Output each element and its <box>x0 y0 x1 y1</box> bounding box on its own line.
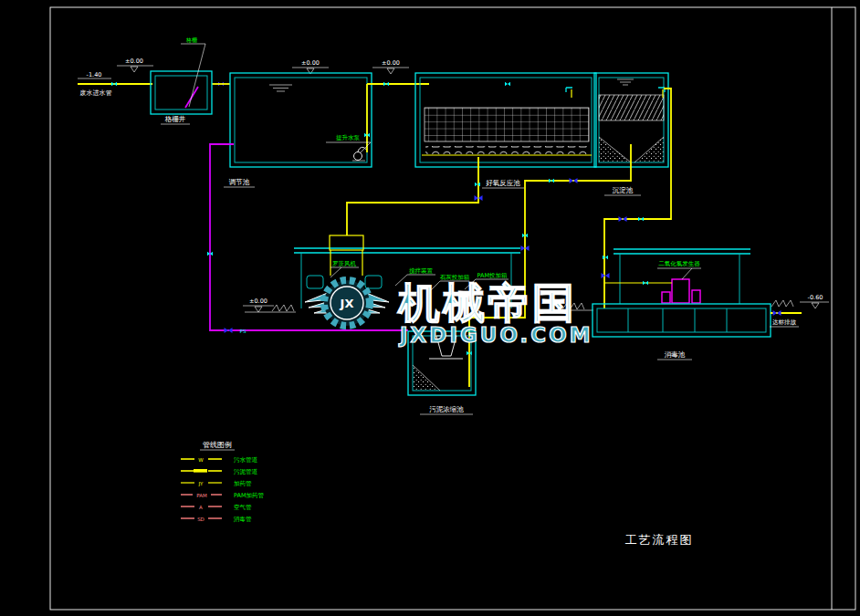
disinfection-complex: 二氧化氯发生器 消毒池 <box>593 249 771 360</box>
legend-label: 加药管 <box>234 480 252 487</box>
water-level-icon <box>269 85 292 91</box>
watermark: JX 机械帝国 JXDIGUO.COM <box>305 278 593 347</box>
legend-title: 管线图例 <box>203 441 232 449</box>
outfall-label: 达标排放 <box>772 318 797 326</box>
legend-label: PAM加药管 <box>234 492 265 499</box>
watermark-domain: JXDIGUO.COM <box>398 323 593 347</box>
watermark-monogram: JX <box>340 297 354 310</box>
disinfection-label: 消毒池 <box>665 350 686 359</box>
tube-settler <box>599 95 664 120</box>
valve-icon <box>602 273 610 278</box>
mixer-label: 搅拌装置 <box>409 267 434 275</box>
blower-unit <box>307 276 323 288</box>
clearwater-line <box>602 89 672 308</box>
legend-row: 污泥管道 <box>181 468 258 475</box>
ground-elevation-mark: ±0.00 <box>243 298 274 312</box>
legend-row: W 污水管道 <box>181 456 258 464</box>
legend-row: A 空气管 <box>181 504 252 511</box>
elevation-value: ±0.00 <box>125 57 143 65</box>
valve-icon <box>225 328 233 333</box>
elevation-mark: ±0.00 <box>292 59 329 74</box>
legend-label: 空气管 <box>234 504 252 511</box>
legend-label: 消毒管 <box>233 516 252 523</box>
valve-icon <box>773 310 781 316</box>
grit-well-label: 格栅井 <box>164 115 186 123</box>
fitting-icon <box>383 82 389 86</box>
drawing-title: 工艺流程图 <box>625 533 694 547</box>
ground-hatch <box>771 300 793 307</box>
legend-code: JY <box>198 481 205 487</box>
lift-pump <box>352 147 367 161</box>
fitting-icon <box>505 82 510 86</box>
cad-canvas: { "title": "工艺流程图", "watermark": { "bran… <box>0 0 860 616</box>
ground-elevation-mark: -0.60 <box>800 294 829 308</box>
blower-label: 罗茨风机 <box>332 260 357 267</box>
legend-row: SD 消毒管 <box>181 516 252 523</box>
legend-code: W <box>198 457 204 463</box>
air-line <box>330 157 483 276</box>
aerators <box>425 146 590 154</box>
settling-label: 沉淀池 <box>613 186 634 194</box>
fitting-icon <box>643 281 648 285</box>
watermark-logo: JX <box>305 280 389 326</box>
sludge-thickener-label: 污泥浓缩池 <box>429 405 464 413</box>
screen-label: 格栅 <box>185 37 197 44</box>
inlet-elevation: -1.40 <box>87 71 102 78</box>
elevation-value: ±0.00 <box>249 298 267 305</box>
elevation-value: ±0.00 <box>382 59 400 67</box>
biofilm-media <box>425 108 589 141</box>
elevation-mark: ±0.00 <box>117 57 153 72</box>
fitting-icon <box>603 256 608 259</box>
process-flow-drawing: -1.40 废水进水管 格栅 格栅井 ±0.00 ±0.00 ±0.00 调节池 <box>0 0 860 616</box>
watermark-brand: 机械帝国 <box>397 278 577 328</box>
legend-code: PAM <box>196 493 207 498</box>
aeration-label: 好氧反应池 <box>486 179 520 187</box>
legend-code: A <box>199 505 203 510</box>
elevation-mark: ±0.00 <box>372 59 409 74</box>
aeration-tank: 好氧反应池 <box>415 73 634 188</box>
legend-label: 污泥管道 <box>234 468 258 475</box>
pipe-code: PS <box>240 329 246 334</box>
outfall: 达标排放 -0.60 <box>770 294 829 327</box>
blower-unit <box>365 276 382 288</box>
ground-hatch <box>272 305 294 311</box>
legend-code: SD <box>197 517 205 522</box>
valve-icon <box>570 178 578 183</box>
lift-pump-label: 提升水泵 <box>336 134 361 141</box>
fitting-icon <box>111 82 117 86</box>
valve-icon <box>619 216 627 222</box>
clo2-generator-label: 二氧化氯发生器 <box>658 260 700 267</box>
legend-row: JY 加药管 <box>181 480 252 487</box>
legend-row: PAM PAM加药管 <box>181 492 265 499</box>
inlet-pipe-label: 废水进水管 <box>80 89 112 97</box>
pipeline-legend: 管线图例 W 污水管道 污泥管道 JY 加药管 PAM PAM加药管 A 空气管… <box>181 441 265 523</box>
water-level-icon <box>617 79 634 85</box>
elevation-value: -0.60 <box>808 294 823 301</box>
elevation-value: ±0.00 <box>301 59 320 67</box>
equalization-label: 调节池 <box>229 178 250 186</box>
fitting-icon <box>475 183 480 186</box>
fitting-icon <box>638 217 644 221</box>
fitting-icon <box>549 179 554 183</box>
grit-well: 格栅 格栅井 <box>151 37 212 124</box>
legend-label: 污水管道 <box>234 456 258 464</box>
